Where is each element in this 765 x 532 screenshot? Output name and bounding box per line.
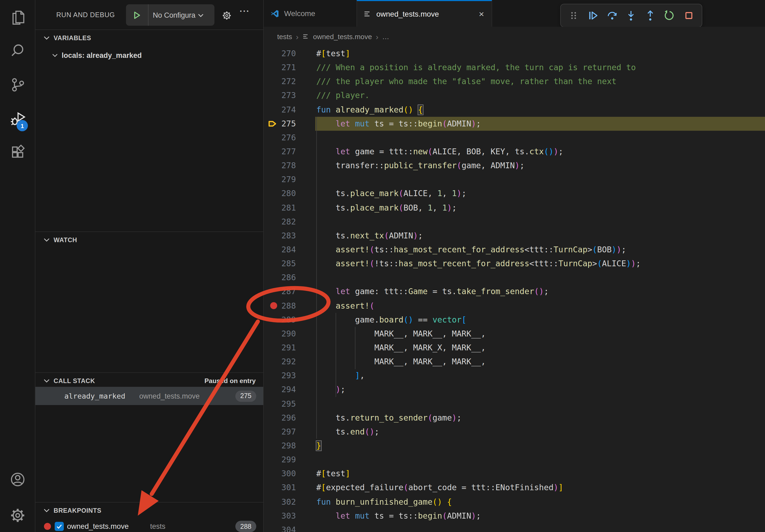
gutter-line-286[interactable] xyxy=(264,271,281,285)
config-dropdown[interactable]: No Configura xyxy=(153,11,195,19)
search-icon[interactable] xyxy=(9,42,26,59)
start-debug-button[interactable] xyxy=(126,4,149,26)
code-line-301[interactable]: 301#[expected_failure(abort_code = ttt::… xyxy=(264,481,765,495)
close-icon[interactable]: × xyxy=(478,9,485,19)
line-number[interactable]: 278 xyxy=(281,161,296,170)
gutter-line-270[interactable] xyxy=(264,47,281,61)
line-number[interactable]: 275 xyxy=(281,119,296,129)
gutter-line-288[interactable] xyxy=(264,299,281,313)
line-number[interactable]: 270 xyxy=(281,49,296,58)
line-number[interactable]: 291 xyxy=(281,343,296,353)
gutter-line-287[interactable] xyxy=(264,285,281,299)
breakpoint-dot-icon[interactable] xyxy=(270,302,277,309)
call-stack-frame[interactable]: already_marked owned_tests.move 275 xyxy=(35,387,263,405)
code-line-273[interactable]: 273/// player. xyxy=(264,89,765,103)
code-line-299[interactable]: 299 xyxy=(264,453,765,467)
line-number[interactable]: 302 xyxy=(281,497,296,507)
code-line-272[interactable]: 272/// the player who made the "false" m… xyxy=(264,75,765,89)
line-number[interactable]: 289 xyxy=(281,315,296,324)
gutter-line-274[interactable] xyxy=(264,103,281,117)
gutter-line-290[interactable] xyxy=(264,327,281,341)
gutter-line-296[interactable] xyxy=(264,411,281,424)
code-line-275[interactable]: 275 let mut ts = ts::begin(ADMIN); xyxy=(264,117,765,131)
breadcrumb-item-file[interactable]: owned_tests.move xyxy=(313,33,372,41)
gutter-line-285[interactable] xyxy=(264,257,281,271)
gutter-line-291[interactable] xyxy=(264,341,281,355)
code-line-289[interactable]: 289 game.board() == vector[ xyxy=(264,313,765,327)
line-number[interactable]: 281 xyxy=(281,203,296,212)
toolbar-drag-handle-icon[interactable] xyxy=(567,9,581,23)
extensions-icon[interactable] xyxy=(9,143,26,161)
code-line-280[interactable]: 280 ts.place_mark(ALICE, 1, 1); xyxy=(264,187,765,201)
code-line-282[interactable]: 282 xyxy=(264,215,765,228)
line-number[interactable]: 288 xyxy=(281,301,296,311)
gutter-line-282[interactable] xyxy=(264,215,281,228)
source-control-icon[interactable] xyxy=(9,76,26,93)
code-line-292[interactable]: 292 MARK__, MARK__, MARK__, xyxy=(264,355,765,369)
breadcrumb-item-tests[interactable]: tests xyxy=(277,33,292,41)
stop-button[interactable] xyxy=(682,9,696,23)
line-number[interactable]: 299 xyxy=(281,455,296,464)
debug-settings-gear-icon[interactable] xyxy=(222,10,232,21)
line-number[interactable]: 273 xyxy=(281,91,296,101)
line-number[interactable]: 294 xyxy=(281,385,296,395)
code-line-278[interactable]: 278 transfer::public_transfer(game, ADMI… xyxy=(264,158,765,172)
step-out-button[interactable] xyxy=(644,9,657,23)
gutter-line-278[interactable] xyxy=(264,158,281,172)
step-over-button[interactable] xyxy=(605,9,619,23)
gutter-line-273[interactable] xyxy=(264,89,281,103)
breadcrumb-item-more[interactable]: … xyxy=(382,33,389,41)
code-line-293[interactable]: 293 ], xyxy=(264,369,765,383)
gutter-line-271[interactable] xyxy=(264,61,281,75)
line-number[interactable]: 290 xyxy=(281,329,296,339)
gutter-line-294[interactable] xyxy=(264,383,281,397)
line-number[interactable]: 272 xyxy=(281,77,296,87)
gutter-line-280[interactable] xyxy=(264,187,281,201)
line-number[interactable]: 303 xyxy=(281,511,296,520)
code-line-296[interactable]: 296 ts.return_to_sender(game); xyxy=(264,411,765,424)
code-line-300[interactable]: 300#[test] xyxy=(264,467,765,481)
line-number[interactable]: 301 xyxy=(281,483,296,493)
gutter-line-292[interactable] xyxy=(264,355,281,369)
code-line-288[interactable]: 288 assert!( xyxy=(264,299,765,313)
code-line-287[interactable]: 287 let game: ttt::Game = ts.take_from_s… xyxy=(264,285,765,299)
section-header-call-stack[interactable]: CALL STACK Paused on entry xyxy=(35,373,263,389)
settings-gear-icon[interactable] xyxy=(9,507,26,524)
section-header-watch[interactable]: WATCH xyxy=(35,232,263,248)
line-number[interactable]: 300 xyxy=(281,469,296,479)
gutter-line-293[interactable] xyxy=(264,369,281,383)
line-number[interactable]: 276 xyxy=(281,133,296,142)
gutter-line-301[interactable] xyxy=(264,481,281,495)
breakpoint-item[interactable]: owned_tests.move tests 288 xyxy=(35,518,263,532)
line-number[interactable]: 286 xyxy=(281,273,296,283)
code-line-297[interactable]: 297 ts.end(); xyxy=(264,425,765,439)
line-number[interactable]: 297 xyxy=(281,427,296,437)
line-number[interactable]: 285 xyxy=(281,259,296,268)
chevron-down-icon[interactable] xyxy=(197,11,205,19)
line-number[interactable]: 279 xyxy=(281,175,296,184)
tab-welcome[interactable]: Welcome xyxy=(264,0,357,27)
gutter-line-297[interactable] xyxy=(264,425,281,439)
gutter-line-275[interactable] xyxy=(264,117,281,131)
continue-button[interactable] xyxy=(586,9,600,23)
code-line-285[interactable]: 285 assert!(!ts::has_most_recent_for_add… xyxy=(264,257,765,271)
code-line-279[interactable]: 279 xyxy=(264,173,765,187)
gutter-line-300[interactable] xyxy=(264,467,281,481)
gutter-line-283[interactable] xyxy=(264,229,281,243)
gutter-line-302[interactable] xyxy=(264,495,281,509)
line-number[interactable]: 277 xyxy=(281,147,296,156)
code-line-303[interactable]: 303 let mut ts = ts::begin(ADMIN); xyxy=(264,509,765,523)
gutter-line-295[interactable] xyxy=(264,397,281,411)
line-number[interactable]: 282 xyxy=(281,217,296,227)
code-line-302[interactable]: 302fun burn_unfinished_game() { xyxy=(264,495,765,509)
more-actions-icon[interactable]: ··· xyxy=(240,6,250,16)
line-number[interactable]: 304 xyxy=(281,525,296,532)
accounts-icon[interactable] xyxy=(9,471,26,488)
code-line-276[interactable]: 276 xyxy=(264,131,765,145)
code-line-290[interactable]: 290 MARK__, MARK__, MARK__, xyxy=(264,327,765,341)
step-into-button[interactable] xyxy=(624,9,638,23)
gutter-line-272[interactable] xyxy=(264,75,281,89)
line-number[interactable]: 284 xyxy=(281,245,296,254)
restart-button[interactable] xyxy=(663,9,677,23)
code-line-295[interactable]: 295 xyxy=(264,397,765,411)
